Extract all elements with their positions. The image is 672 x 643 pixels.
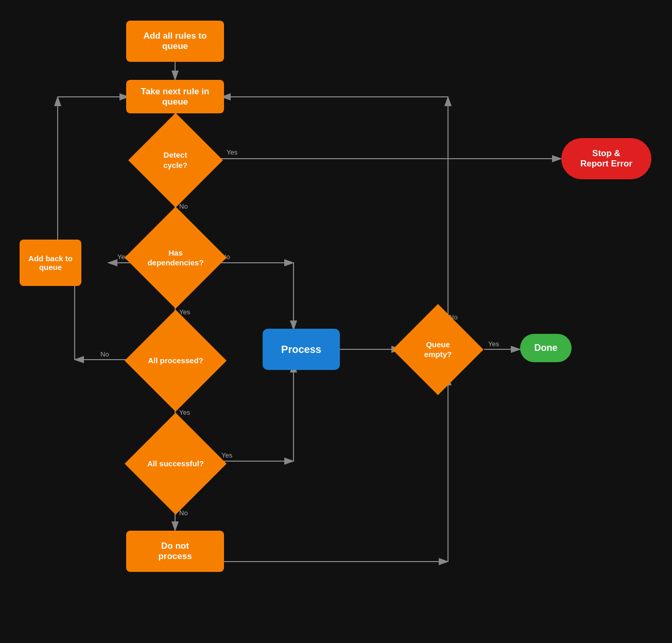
has-dependencies-node: Has dependencies? (135, 224, 216, 291)
all-processed-no-label: No (100, 350, 109, 358)
all-processed-node: All processed? (135, 327, 216, 394)
do-not-process-node: Do not process (126, 531, 224, 572)
done-node: Done (520, 334, 572, 362)
detect-cycle-node: Detect cycle? (138, 133, 213, 187)
process-node: Process (263, 329, 340, 370)
stop-report-error-node: Stop & Report Error (561, 138, 651, 179)
all-successful-yes-label: Yes (221, 451, 233, 459)
queue-empty-yes-label: Yes (488, 340, 499, 348)
all-successful-no-label: No (179, 509, 188, 517)
detect-cycle-yes-label: Yes (227, 148, 238, 156)
detect-cycle-no-label: No (179, 202, 188, 210)
add-all-rules-node: Add all rules to queue (126, 21, 224, 62)
all-processed-yes-label: Yes (179, 409, 191, 416)
take-next-rule-node: Take next rule in queue (126, 80, 224, 113)
add-back-to-queue-node: Add back to queue (20, 240, 81, 286)
all-successful-node: All successful? (135, 430, 216, 497)
flowchart-diagram: Yes No Yes No Yes No Yes (0, 0, 672, 643)
queue-empty-node: Queue empty? (401, 318, 475, 380)
